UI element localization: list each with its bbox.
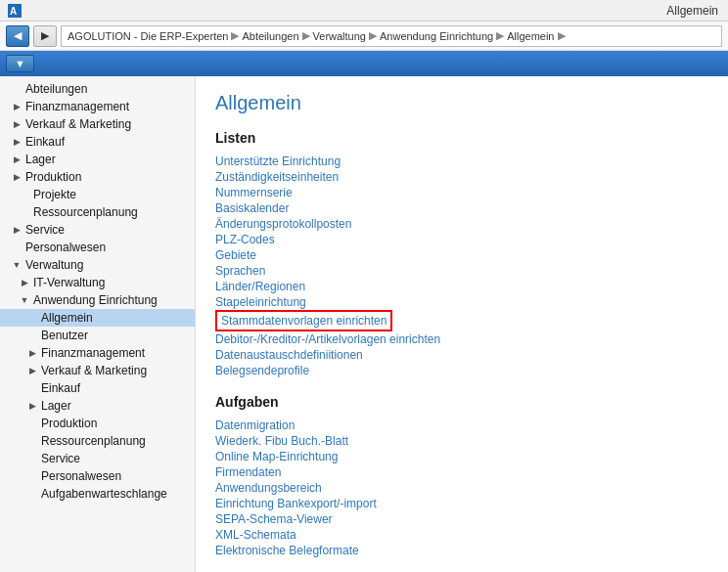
expand-icon-anwendung-einrichtung: ▼ [20, 295, 29, 305]
nav-bar: ◀ ▶ AGOLUTION - Die ERP-Experten ▶ Abtei… [0, 22, 728, 51]
sidebar-label-service2: Service [41, 452, 80, 465]
link-belegsendeprofile[interactable]: Belegsendeprofile [215, 363, 708, 378]
link-unterstuetzte-einrichtung[interactable]: Unterstützte Einrichtung [215, 154, 708, 169]
expand-icon-abteilungen [12, 84, 22, 94]
link-elektronische-belegformate[interactable]: Elektronische Belegformate [215, 543, 708, 558]
link-sepa-schema[interactable]: SEPA-Schema-Viewer [215, 511, 708, 527]
expand-icon-service: ▶ [12, 225, 22, 235]
link-anwendungsbereich[interactable]: Anwendungsbereich [215, 480, 708, 496]
sidebar-item-finanzmanagement2[interactable]: ▶Finanzmanagement [0, 344, 195, 362]
sidebar-label-anwendung-einrichtung: Anwendung Einrichtung [33, 293, 158, 307]
title-bar: A Allgemein [0, 0, 728, 22]
sidebar-item-service[interactable]: ▶Service [0, 221, 195, 239]
link-wiederk-fibu[interactable]: Wiederk. Fibu Buch.-Blatt [215, 433, 708, 449]
back-button[interactable]: ◀ [6, 25, 29, 47]
sidebar-item-personalwesen2[interactable]: Personalwesen [0, 467, 195, 485]
sidebar-item-benutzer[interactable]: Benutzer [0, 327, 195, 344]
sidebar-item-finanzmanagement[interactable]: ▶Finanzmanagement [0, 98, 195, 115]
expand-icon-projekte [20, 190, 29, 199]
sidebar-label-personalwesen2: Personalwesen [41, 469, 121, 483]
sidebar-label-verkauf: Verkauf & Marketing [25, 117, 131, 131]
sidebar-label-personalwesen: Personalwesen [25, 241, 106, 254]
breadcrumb-item-3[interactable]: Anwendung Einrichtung [380, 30, 493, 42]
expand-icon-verwaltung: ▼ [12, 260, 22, 270]
breadcrumb-item-2[interactable]: Verwaltung [313, 30, 366, 42]
link-laender-regionen[interactable]: Länder/Regionen [215, 279, 708, 294]
expand-icon-personalwesen2 [27, 471, 37, 481]
toolbar-dropdown-button[interactable]: ▼ [6, 55, 34, 72]
sidebar-item-ressourcenplanung2[interactable]: Ressourcenplanung [0, 432, 195, 450]
breadcrumb-sep-3: ▶ [496, 29, 504, 42]
link-datenmigration[interactable]: Datenmigration [215, 418, 708, 433]
sidebar-item-aufgabenwarteschlange[interactable]: Aufgabenwarteschlange [0, 485, 195, 503]
sidebar-item-abteilungen[interactable]: Abteilungen [0, 80, 195, 98]
expand-icon-aufgabenwarteschlange [27, 489, 37, 499]
sidebar-label-ressourcenplanung2: Ressourcenplanung [41, 434, 146, 448]
link-datenaustauschdef[interactable]: Datenaustauschdefiniitionen [215, 347, 708, 363]
expand-icon-service2 [27, 454, 37, 463]
sidebar-item-verkauf2[interactable]: ▶Verkauf & Marketing [0, 362, 195, 379]
sidebar-item-produktion[interactable]: ▶Produktion [0, 168, 195, 186]
breadcrumb-sep-1: ▶ [302, 29, 310, 42]
sidebar-item-it-verwaltung[interactable]: ▶IT-Verwaltung [0, 274, 195, 291]
expand-icon-allgemein [27, 313, 37, 323]
breadcrumb-sep-0: ▶ [231, 29, 239, 42]
sidebar-label-einkauf2: Einkauf [41, 381, 80, 395]
expand-icon-finanzmanagement: ▶ [12, 102, 22, 111]
breadcrumb-item-0[interactable]: AGOLUTION - Die ERP-Experten [68, 30, 228, 42]
expand-icon-benutzer [27, 330, 37, 340]
link-xml-schemata[interactable]: XML-Schemata [215, 527, 708, 543]
link-sprachen[interactable]: Sprachen [215, 263, 708, 279]
main-layout: Abteilungen▶Finanzmanagement▶Verkauf & M… [0, 76, 728, 572]
sidebar-item-einkauf[interactable]: ▶Einkauf [0, 133, 195, 151]
expand-icon-einkauf2 [27, 383, 37, 393]
link-bankexport[interactable]: Einrichtung Bankexport/-import [215, 496, 708, 511]
sidebar-label-verkauf2: Verkauf & Marketing [41, 364, 147, 377]
sidebar-item-einkauf2[interactable]: Einkauf [0, 379, 195, 397]
link-aenderungsprotokollposten[interactable]: Änderungsprotokollposten [215, 216, 708, 232]
sidebar-label-produktion: Produktion [25, 170, 81, 184]
sidebar-label-service: Service [25, 223, 65, 237]
sidebar-item-projekte[interactable]: Projekte [0, 186, 195, 203]
link-plz-codes[interactable]: PLZ-Codes [215, 232, 708, 247]
link-nummernserie[interactable]: Nummernserie [215, 185, 708, 200]
expand-icon-ressourcenplanung2 [27, 436, 37, 446]
forward-icon: ▶ [41, 29, 49, 42]
link-stammdatenvorlagen[interactable]: Stammdatenvorlagen einrichten [215, 310, 392, 331]
expand-icon-produktion: ▶ [12, 172, 22, 182]
section-heading-aufgaben: Aufgaben [215, 394, 708, 410]
sidebar-item-allgemein[interactable]: Allgemein [0, 309, 195, 327]
sidebar-item-verwaltung[interactable]: ▼Verwaltung [0, 256, 195, 274]
link-basiskalender[interactable]: Basiskalender [215, 200, 708, 216]
forward-button[interactable]: ▶ [33, 25, 57, 47]
link-debitor-kreditor[interactable]: Debitor-/Kreditor-/Artikelvorlagen einri… [215, 331, 708, 347]
breadcrumb-item-4[interactable]: Allgemein [507, 30, 554, 42]
sidebar-item-personalwesen[interactable]: Personalwesen [0, 239, 195, 256]
expand-icon-finanzmanagement2: ▶ [27, 348, 37, 358]
sidebar-label-allgemein: Allgemein [41, 311, 93, 325]
link-firmendaten[interactable]: Firmendaten [215, 464, 708, 480]
expand-icon-ressourcenplanung [20, 207, 29, 217]
sidebar-label-produktion2: Produktion [41, 417, 97, 430]
sidebar-item-lager2[interactable]: ▶Lager [0, 397, 195, 415]
toolbar: ▼ [0, 51, 728, 76]
sidebar: Abteilungen▶Finanzmanagement▶Verkauf & M… [0, 76, 196, 572]
section-listen: ListenUnterstützte EinrichtungZuständigk… [215, 130, 708, 378]
link-gebiete[interactable]: Gebiete [215, 247, 708, 263]
link-stapeleinrichtung[interactable]: Stapeleinrichtung [215, 294, 708, 310]
back-icon: ◀ [14, 29, 22, 42]
expand-icon-lager: ▶ [12, 154, 22, 164]
sidebar-item-ressourcenplanung[interactable]: Ressourcenplanung [0, 203, 195, 221]
link-online-map[interactable]: Online Map-Einrichtung [215, 449, 708, 464]
app-logo: A [8, 4, 22, 18]
sidebar-item-verkauf[interactable]: ▶Verkauf & Marketing [0, 115, 195, 133]
link-zustaendigkeitseinheiten[interactable]: Zuständigkeitseinheiten [215, 169, 708, 185]
sidebar-item-produktion2[interactable]: Produktion [0, 415, 195, 432]
breadcrumb-item-1[interactable]: Abteilungen [242, 30, 298, 42]
sidebar-item-lager[interactable]: ▶Lager [0, 151, 195, 168]
sidebar-item-anwendung-einrichtung[interactable]: ▼Anwendung Einrichtung [0, 291, 195, 309]
expand-icon-it-verwaltung: ▶ [20, 278, 29, 287]
breadcrumb-sep-2: ▶ [369, 29, 377, 42]
expand-icon-personalwesen [12, 242, 22, 252]
sidebar-item-service2[interactable]: Service [0, 450, 195, 467]
